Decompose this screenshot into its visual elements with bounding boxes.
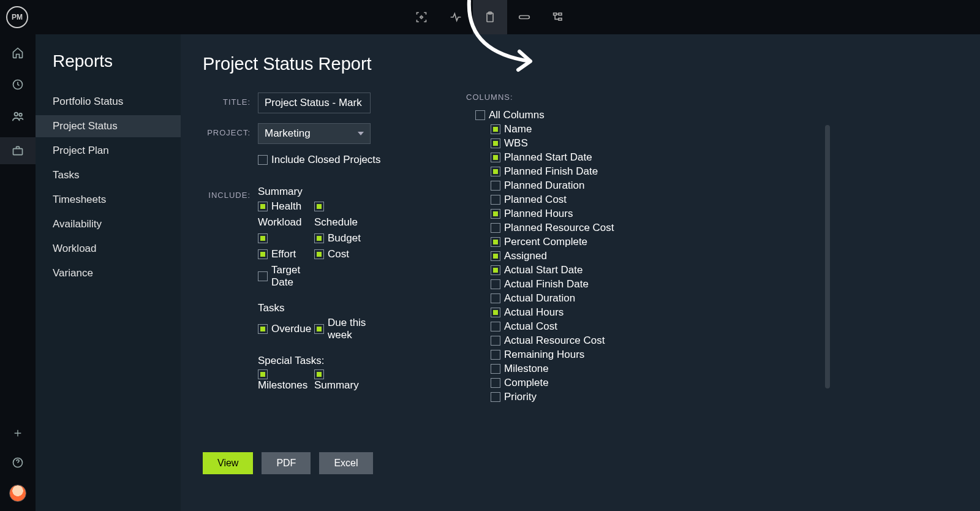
checkbox-icon <box>491 265 500 275</box>
plus-icon[interactable] <box>10 426 25 441</box>
include-check-label: Effort <box>271 248 296 260</box>
column-check[interactable]: Percent Complete <box>466 236 668 248</box>
column-check[interactable]: Actual Start Date <box>466 264 668 276</box>
clock-icon[interactable] <box>10 77 25 92</box>
briefcase-icon[interactable] <box>0 137 36 164</box>
column-check[interactable]: Complete <box>466 377 668 389</box>
sidebar-title: Reports <box>36 51 181 91</box>
checkbox-icon <box>491 336 500 346</box>
pdf-button[interactable]: PDF <box>262 452 311 474</box>
include-check[interactable]: Health <box>258 200 314 213</box>
include-check-label: Budget <box>328 232 361 244</box>
column-check-label: Complete <box>504 377 549 389</box>
include-check[interactable]: Overdue <box>258 317 314 341</box>
sidebar-item[interactable]: Tasks <box>36 164 181 186</box>
title-input[interactable] <box>258 93 371 113</box>
checkbox-icon <box>491 153 500 162</box>
include-check[interactable] <box>314 200 371 213</box>
project-select[interactable]: Marketing <box>258 123 371 144</box>
checkbox-icon <box>314 249 324 259</box>
column-check[interactable]: WBS <box>466 137 668 150</box>
column-check[interactable]: Planned Start Date <box>466 151 668 164</box>
checkbox-icon <box>491 138 500 148</box>
project-label: PROJECT: <box>203 123 258 137</box>
view-button[interactable]: View <box>203 452 253 474</box>
column-check[interactable]: Planned Resource Cost <box>466 222 668 234</box>
include-check[interactable]: Target Date <box>258 264 314 289</box>
left-rail <box>0 34 36 511</box>
sidebar-item[interactable]: Portfolio Status <box>36 91 181 113</box>
summary-heading: Summary <box>258 186 380 198</box>
column-check[interactable]: Planned Finish Date <box>466 165 668 178</box>
home-icon[interactable] <box>10 45 25 60</box>
column-check[interactable]: Remaining Hours <box>466 349 668 361</box>
checkbox-icon <box>491 293 500 303</box>
sidebar: Reports Portfolio StatusProject StatusPr… <box>36 34 181 511</box>
checkbox-icon <box>258 369 268 379</box>
sidebar-item[interactable]: Variance <box>36 262 181 284</box>
include-check[interactable]: Summary <box>314 369 371 392</box>
arrow-annotation <box>463 0 567 86</box>
sidebar-item[interactable]: Project Plan <box>36 140 181 162</box>
column-check-label: Planned Duration <box>504 180 584 192</box>
column-check-label: Milestone <box>504 363 549 375</box>
checkbox-icon <box>491 392 500 402</box>
column-check[interactable]: Planned Hours <box>466 208 668 220</box>
include-closed-check[interactable]: Include Closed Projects <box>258 154 381 166</box>
include-check[interactable]: Schedule <box>314 216 371 229</box>
sidebar-item[interactable]: Timesheets <box>36 189 181 211</box>
checkbox-icon <box>314 233 324 243</box>
column-check[interactable]: Actual Finish Date <box>466 278 668 290</box>
sidebar-item[interactable]: Availability <box>36 213 181 235</box>
column-check[interactable]: Actual Cost <box>466 320 668 333</box>
svg-point-0 <box>420 16 422 18</box>
svg-point-9 <box>19 113 22 116</box>
sidebar-item[interactable]: Project Status <box>36 115 181 137</box>
sidebar-item[interactable]: Workload <box>36 238 181 260</box>
help-icon[interactable] <box>10 455 25 470</box>
include-check[interactable]: Due this week <box>314 317 371 341</box>
include-check-label: Cost <box>328 248 349 260</box>
checkbox-icon <box>491 124 500 134</box>
checkbox-icon <box>491 237 500 247</box>
include-label: INCLUDE: <box>203 186 258 200</box>
columns-scrollbar[interactable] <box>825 125 830 388</box>
include-check[interactable] <box>258 232 314 244</box>
include-check[interactable]: Milestones <box>258 369 314 392</box>
main-panel: Project Status Report TITLE: PROJECT: Ma… <box>181 34 980 511</box>
column-check-label: Actual Duration <box>504 292 575 305</box>
column-check-label: Planned Finish Date <box>504 165 598 178</box>
column-check[interactable]: Name <box>466 123 668 135</box>
column-check[interactable]: Planned Duration <box>466 180 668 192</box>
include-check[interactable]: Effort <box>258 248 314 260</box>
column-check-label: WBS <box>504 137 528 150</box>
include-check-label: Summary <box>314 379 371 392</box>
column-check[interactable]: Milestone <box>466 363 668 375</box>
checkbox-icon <box>491 322 500 331</box>
checkbox-icon <box>475 110 485 120</box>
column-check-label: Planned Hours <box>504 208 573 220</box>
users-icon[interactable] <box>10 109 25 124</box>
checkbox-icon <box>491 378 500 388</box>
include-check[interactable]: Workload <box>258 216 314 229</box>
all-columns-check[interactable]: All Columns <box>466 109 668 121</box>
checkbox-icon <box>491 167 500 176</box>
avatar[interactable] <box>9 485 26 502</box>
include-check-label: Overdue <box>271 323 311 335</box>
column-check-label: Assigned <box>504 250 547 262</box>
include-check-label: Workload <box>258 216 302 229</box>
excel-button[interactable]: Excel <box>319 452 372 474</box>
include-check[interactable]: Cost <box>314 248 371 260</box>
include-check-label: Health <box>271 200 301 213</box>
scan-icon[interactable] <box>404 0 439 34</box>
column-check[interactable]: Planned Cost <box>466 194 668 206</box>
column-check[interactable]: Actual Duration <box>466 292 668 305</box>
include-check[interactable]: Budget <box>314 232 371 244</box>
column-check[interactable]: Assigned <box>466 250 668 262</box>
include-check-label: Due this week <box>328 317 371 341</box>
column-check[interactable]: Actual Hours <box>466 306 668 319</box>
checkbox-icon <box>491 364 500 374</box>
tasks-heading: Tasks <box>258 302 380 314</box>
column-check[interactable]: Priority <box>466 391 668 403</box>
column-check[interactable]: Actual Resource Cost <box>466 335 668 347</box>
